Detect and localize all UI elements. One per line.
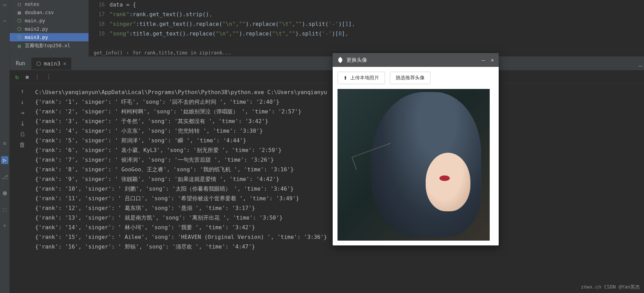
tree-item[interactable]: ▢notes [10,0,89,8]
git-icon[interactable]: ⎇ [2,174,8,180]
tree-item-label: main.py [25,18,45,23]
project-sidebar: ▢notes▤douban.csv⬡main.py⬡main2.py⬡main3… [10,0,89,57]
breadcrumb-item[interactable]: for rank,title,time in zip(rank... [133,50,231,55]
tree-item-label: 豆瓣电影top250.xl [25,43,70,49]
tree-item-label: douban.csv [25,10,54,15]
close-icon[interactable]: × [63,60,66,67]
minimize-icon[interactable]: — [482,57,485,63]
project-icon[interactable]: ▭ [3,1,7,8]
terminal-icon[interactable]: ⌖ [3,222,6,229]
more-icon[interactable]: ⋯ [3,18,7,24]
scroll-end-icon[interactable]: ⤓ [20,120,25,127]
xls-file-icon: ▤ [17,43,22,49]
run-gutter: ↑ ↓ ⇥ ⤓ ⎙ 🗑 [10,83,35,293]
tree-item-label: main3.py [25,34,48,40]
run-tool-header: Run ⬡ main3 × [10,57,644,70]
tree-item[interactable]: ⬡main.py [10,17,89,25]
trash-icon[interactable]: 🗑 [19,141,25,148]
code-editor[interactable]: data = { "rank":rank.get_text().strip(),… [110,0,644,49]
upload-icon: ⬆ [343,75,347,81]
problems-icon[interactable]: ⬚ [3,206,7,213]
run-tab-name: main3 [44,60,60,67]
watermark: znwx.cn CSDN @Yan英杰 [581,284,640,290]
qq-penguin-icon [337,57,343,63]
avatar-preview[interactable] [337,89,490,241]
line-gutter: 16171819 [89,0,110,49]
change-avatar-dialog: 更换头像 — ✕ ⬆ 上传本地照片 挑选推荐头像 [333,53,499,245]
dialog-titlebar[interactable]: 更换头像 — ✕ [333,53,499,67]
tree-item[interactable]: ⬡main2.py [10,25,89,33]
tree-item-label: notes [25,1,39,7]
folder-file-icon: ▢ [17,1,22,7]
rerun-icon[interactable]: ↻ [15,73,19,80]
soft-wrap-icon[interactable]: ⇥ [21,109,24,116]
print-icon[interactable]: ⎙ [21,130,24,138]
py-file-icon: ⬡ [17,26,22,32]
tree-item[interactable]: ⬡main3.py [10,33,89,41]
tree-item-label: main2.py [25,26,48,32]
more-icon[interactable]: ⋮ [46,73,51,80]
tree-item[interactable]: ▤豆瓣电影top250.xl [10,41,89,50]
dialog-title: 更换头像 [346,57,367,63]
choose-recommended-button[interactable]: 挑选推荐头像 [390,72,430,84]
csv-file-icon: ▤ [17,10,22,15]
structure-icon[interactable]: ≡ [3,140,7,146]
run-tab[interactable]: ⬡ main3 × [31,57,71,70]
upload-local-button[interactable]: ⬆ 上传本地照片 [337,72,385,84]
run-icon[interactable]: ▷ [1,156,9,164]
editor-window-controls: — [637,60,644,71]
py-file-icon: ⬡ [17,18,22,23]
python-file-icon: ⬡ [36,60,41,67]
breadcrumb-item[interactable]: get_info() [94,50,123,55]
stop-icon[interactable]: ■ [26,74,29,80]
run-label: Run [10,60,31,67]
minimize-icon[interactable]: — [638,61,643,70]
close-icon[interactable]: ✕ [491,57,494,63]
up-icon[interactable]: ↑ [21,88,24,95]
down-icon[interactable]: ↓ [21,98,24,105]
py-file-icon: ⬡ [17,34,22,40]
activity-bar: ▭ ⋯ ≡ ▷ ⎇ ⬢ ⬚ ⌖ [0,0,10,293]
tree-item[interactable]: ▤douban.csv [10,8,89,17]
services-icon[interactable]: ⬢ [2,190,7,196]
